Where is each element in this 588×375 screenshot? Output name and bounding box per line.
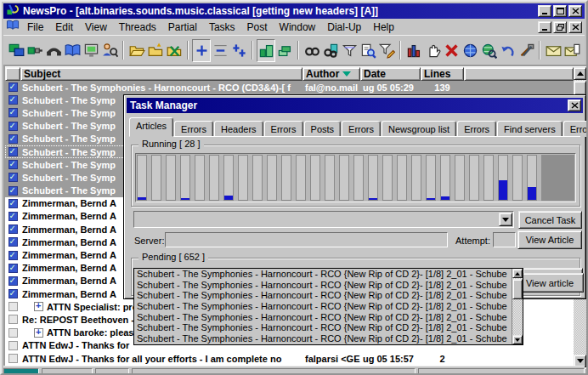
pending-task-item[interactable]: Schubert - The Symphonies - Harnoncourt … [134, 269, 523, 280]
find-user-button[interactable] [100, 39, 119, 62]
pending-task-item[interactable]: Schubert - The Symphonies - Harnoncourt … [134, 301, 523, 312]
menu-threads[interactable]: Threads [113, 20, 162, 35]
edit-filter-button[interactable] [377, 39, 396, 62]
dropdown-scroll-thumb[interactable] [512, 279, 523, 299]
checked-checkbox-icon[interactable] [8, 212, 18, 221]
dialog-close-button[interactable] [568, 99, 581, 111]
scroll-up-button[interactable] [574, 67, 586, 80]
close-button[interactable] [568, 21, 582, 33]
checked-checkbox-icon[interactable] [8, 199, 18, 208]
menu-tasks[interactable]: Tasks [203, 20, 241, 35]
checked-checkbox-icon[interactable] [8, 224, 18, 234]
server-field[interactable] [165, 232, 448, 247]
news-servers-button[interactable] [7, 39, 25, 62]
expand-thread-button[interactable] [192, 39, 211, 62]
statistics-button[interactable] [404, 39, 423, 62]
filter-button[interactable] [340, 39, 359, 62]
menu-window[interactable]: Window [274, 20, 322, 35]
maximize-button[interactable] [553, 5, 567, 17]
connect-button[interactable] [25, 39, 44, 62]
column-header-checkbox[interactable] [5, 67, 20, 81]
decode-button[interactable] [82, 39, 100, 62]
tab-headers-2[interactable]: Headers [214, 121, 263, 137]
find-articles-button[interactable] [321, 39, 340, 62]
checked-checkbox-icon[interactable] [8, 82, 18, 92]
web-search-button[interactable] [479, 39, 498, 62]
tab-errors-7[interactable]: Errors [457, 121, 496, 137]
checked-checkbox-icon[interactable] [8, 251, 18, 260]
view-article-lower-button[interactable]: View article [516, 273, 584, 293]
close-button[interactable] [568, 5, 582, 17]
tab-errors-3[interactable]: Errors [264, 121, 303, 137]
tab-errors-1[interactable]: Errors [174, 121, 213, 137]
running-task-combobox[interactable] [133, 211, 514, 228]
menu-file[interactable]: File [21, 20, 49, 35]
column-header-date[interactable]: Date [360, 67, 421, 81]
menu-partial[interactable]: Partial [162, 20, 203, 35]
forward-article-button[interactable] [563, 39, 581, 62]
dial-up-hangup-button[interactable] [44, 39, 63, 62]
unchecked-checkbox-icon[interactable] [8, 302, 18, 311]
unchecked-checkbox-icon[interactable] [8, 341, 18, 350]
column-header-author[interactable]: Author [302, 67, 360, 81]
stop-button[interactable] [423, 39, 442, 62]
menu-help[interactable]: Help [367, 20, 400, 35]
newsgroups-button[interactable] [257, 39, 275, 62]
pending-task-item[interactable]: Schubert - The Symphonies - Harnoncourt … [134, 333, 523, 344]
tab-find-servers-8[interactable]: Find servers [497, 121, 563, 137]
dropdown-scroll-up-button[interactable] [512, 269, 523, 278]
minimize-button[interactable] [538, 5, 551, 17]
search-articles-button[interactable] [359, 39, 377, 62]
attempt-field[interactable] [493, 232, 516, 247]
checked-checkbox-icon[interactable] [8, 186, 18, 196]
checked-checkbox-icon[interactable] [8, 160, 18, 169]
unchecked-checkbox-icon[interactable] [8, 354, 18, 363]
checked-checkbox-icon[interactable] [8, 108, 18, 117]
view-article-button[interactable]: View Article [517, 230, 582, 249]
checked-checkbox-icon[interactable] [8, 95, 18, 105]
expand-all-button[interactable] [229, 39, 248, 62]
column-header-lines[interactable]: Lines [421, 67, 464, 81]
delete-folder-button[interactable] [165, 39, 184, 62]
scroll-thumb[interactable] [574, 81, 586, 95]
cancel-task-button[interactable]: Cancel Task [518, 211, 582, 229]
menu-post[interactable]: Post [241, 20, 274, 35]
running-combo-dropdown-button[interactable] [499, 213, 512, 226]
undo-button[interactable] [498, 39, 517, 62]
find-button[interactable] [302, 39, 321, 62]
article-row[interactable]: ATTN EdwJ - Thanks for all your efforts … [5, 352, 574, 365]
minimize-button[interactable] [538, 21, 551, 33]
checked-checkbox-icon[interactable] [8, 264, 18, 273]
pending-task-item[interactable]: Schubert - The Symphonies - Harnoncourt … [134, 290, 523, 301]
pending-task-item[interactable]: Schubert - The Symphonies - Harnoncourt … [134, 312, 523, 323]
pending-task-item[interactable]: Schubert - The Symphonies - Harnoncourt … [134, 280, 523, 291]
read-articles-button[interactable] [63, 39, 82, 62]
unchecked-checkbox-icon[interactable] [8, 315, 18, 324]
checked-checkbox-icon[interactable] [8, 173, 18, 182]
dropdown-scroll-down-button[interactable] [512, 335, 523, 344]
checked-checkbox-icon[interactable] [8, 276, 18, 286]
transfer-articles-button[interactable] [461, 39, 479, 62]
checked-checkbox-icon[interactable] [8, 237, 18, 247]
checked-checkbox-icon[interactable] [8, 122, 18, 131]
expand-thread-icon[interactable] [34, 328, 43, 338]
mail-button[interactable] [544, 39, 563, 62]
pending-dropdown-list[interactable]: Schubert - The Symphonies - Harnoncourt … [133, 268, 523, 345]
dropdown-scrollbar[interactable] [512, 269, 523, 344]
tab-errors-9[interactable]: Errors [563, 121, 588, 137]
menu-edit[interactable]: Edit [49, 20, 79, 35]
get-headers-button[interactable] [275, 39, 294, 62]
column-header-subject[interactable]: Subject [20, 67, 302, 81]
save-to-folder-button[interactable] [146, 39, 165, 62]
pending-task-item[interactable]: Schubert - The Symphonies - Harnoncourt … [134, 322, 523, 333]
checked-checkbox-icon[interactable] [8, 289, 18, 298]
restore-button[interactable] [553, 21, 567, 33]
checked-checkbox-icon[interactable] [8, 134, 18, 144]
unchecked-checkbox-icon[interactable] [8, 328, 18, 338]
tools-button[interactable] [517, 39, 535, 62]
menu-view[interactable]: View [79, 20, 113, 35]
checked-checkbox-icon[interactable] [8, 147, 18, 156]
tab-posts-4[interactable]: Posts [304, 121, 342, 137]
article-row[interactable]: Schubert - The Symphonies - Harnoncourt … [5, 81, 574, 94]
open-folder-button[interactable] [127, 39, 146, 62]
